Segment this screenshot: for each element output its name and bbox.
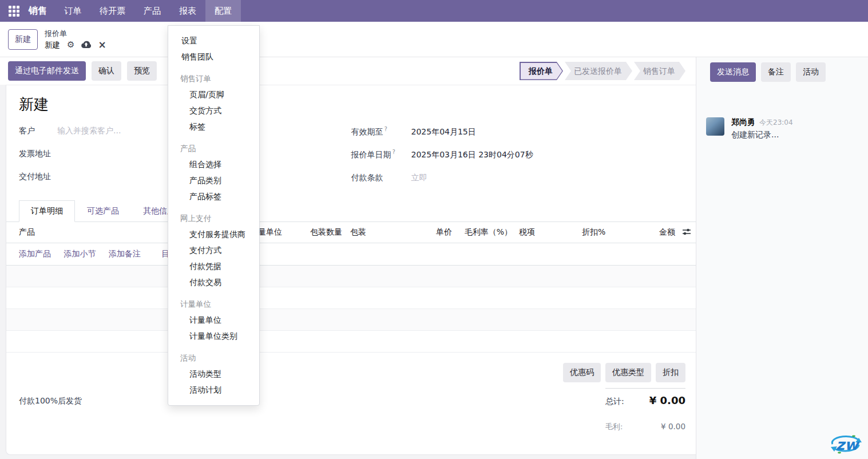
add-line-row: 添加产品 添加小节 添加备注 目录 xyxy=(6,243,696,266)
send-message-button[interactable]: 发送消息 xyxy=(710,62,756,82)
field-label: 付款条款 xyxy=(351,172,411,183)
config-menu-entry[interactable]: 产品类别 xyxy=(168,173,259,188)
send-by-email-button[interactable]: 通过电子邮件发送 xyxy=(8,61,86,81)
margin-value: ¥ 0.00 xyxy=(661,422,685,431)
config-menu-entry[interactable]: 支付服务提供商 xyxy=(168,227,259,242)
config-menu-entry[interactable]: 设置 xyxy=(168,33,259,48)
discard-icon[interactable]: × xyxy=(98,40,106,50)
statusbar-step[interactable]: 报价单 xyxy=(520,62,563,80)
nav-menu-item[interactable]: 待开票 xyxy=(90,0,134,22)
column-header: 单价 xyxy=(398,222,455,243)
empty-line xyxy=(6,266,696,287)
gear-icon[interactable]: ⚙ xyxy=(67,41,74,49)
logo-text: zw xyxy=(836,436,860,453)
nav-menu-item[interactable]: 订单 xyxy=(55,0,90,22)
add-note-link[interactable]: 添加备注 xyxy=(109,249,141,258)
margin-label: 毛利: xyxy=(605,422,623,432)
optional-columns-toggle[interactable] xyxy=(679,222,696,243)
form-field-row: 付款条款 立即 xyxy=(351,172,684,185)
nav-menu-item[interactable]: 配置 xyxy=(205,0,241,22)
shipping-policy-note: 付款100%后发货 xyxy=(19,396,82,406)
coupon-button[interactable]: 优惠类型 xyxy=(605,363,651,382)
field-label: 有效期至? xyxy=(351,126,411,137)
column-header: 税项 xyxy=(516,222,578,243)
config-dropdown-menu: 设置销售团队销售订单页眉/页脚交货方式标签产品组合选择产品类别产品标签网上支付支… xyxy=(168,25,260,406)
statusbar-step[interactable]: 销售订单 xyxy=(634,62,685,80)
confirm-button[interactable]: 确认 xyxy=(92,61,121,81)
config-menu-entry[interactable]: 页眉/页脚 xyxy=(168,87,259,102)
apps-grid-icon xyxy=(9,6,19,17)
notebook-tabs: 订单明细可选产品其他信息 xyxy=(6,200,696,222)
field-input[interactable]: 输入并搜索客户... xyxy=(57,126,121,136)
config-menu-entry[interactable]: 交货方式 xyxy=(168,103,259,118)
nav-menu-item[interactable]: 报表 xyxy=(170,0,205,22)
config-menu-entry[interactable]: 销售团队 xyxy=(168,49,259,64)
totals: 总计: ¥ 0.00 毛利: ¥ 0.00 xyxy=(605,388,685,432)
config-menu-entry: 销售订单 xyxy=(168,71,259,86)
new-record-button[interactable]: 新建 xyxy=(8,29,38,50)
config-menu-entry[interactable]: 计量单位 xyxy=(168,312,259,327)
top-navbar: 销售 订单待开票产品报表配置 xyxy=(0,0,868,22)
company-logo: zw xyxy=(828,431,863,459)
help-icon: ? xyxy=(393,149,395,155)
column-header: 金额 xyxy=(616,222,679,243)
total-label: 总计: xyxy=(605,397,624,407)
config-menu-entry[interactable]: 支付方式 xyxy=(168,243,259,258)
config-menu-entry: 产品 xyxy=(168,141,259,156)
log-note-button[interactable]: 备注 xyxy=(761,62,791,82)
config-menu-entry[interactable]: 产品标签 xyxy=(168,189,259,204)
field-value[interactable]: 2025年04月15日 xyxy=(411,127,476,137)
field-value[interactable]: 立即 xyxy=(411,173,427,183)
action-buttons-row: 通过电子邮件发送 确认 预览 报价单已发送报价单销售订单 xyxy=(0,57,696,85)
field-value[interactable]: 2025年03月16日 23时04分07秒 xyxy=(411,150,533,160)
config-menu-entry[interactable]: 活动计划 xyxy=(168,382,259,397)
column-header: 折扣% xyxy=(578,222,616,243)
chatter-message: 郑尚勇 今天23:04 创建新记录... xyxy=(706,117,862,140)
record-title: 新建 xyxy=(19,94,696,114)
form-field-row: 报价单日期? 2025年03月16日 23时04分07秒 xyxy=(351,149,684,162)
breadcrumb: 报价单 新建 ⚙ × xyxy=(45,29,106,50)
field-label: 交付地址 xyxy=(19,172,57,182)
field-label: 报价单日期? xyxy=(351,149,411,160)
total-value: ¥ 0.00 xyxy=(649,394,685,406)
control-panel: 新建 报价单 新建 ⚙ × xyxy=(0,22,868,57)
nav-menu-item[interactable]: 产品 xyxy=(134,0,170,22)
coupon-buttons: 优惠码优惠类型折扣 xyxy=(6,363,685,382)
breadcrumb-current: 新建 xyxy=(45,40,60,50)
config-menu-entry[interactable]: 标签 xyxy=(168,119,259,134)
order-lines-table: 产品计量单位包装数量包装单价毛利率（%）税项折扣%金额 添加产品 添加小节 添加… xyxy=(6,222,696,353)
notebook-tab[interactable]: 订单明细 xyxy=(19,200,75,222)
statusbar: 报价单已发送报价单销售订单 xyxy=(520,62,685,80)
config-menu-entry[interactable]: 活动类型 xyxy=(168,366,259,381)
coupon-button[interactable]: 折扣 xyxy=(656,363,685,382)
sliders-icon xyxy=(682,228,691,238)
form-sheet: 新建 客户 输入并搜索客户... 发票地址 xyxy=(6,85,696,455)
config-menu-entry: 活动 xyxy=(168,350,259,365)
empty-line xyxy=(6,287,696,309)
notebook-tab[interactable]: 可选产品 xyxy=(75,200,131,222)
coupon-button[interactable]: 优惠码 xyxy=(563,363,601,382)
app-brand[interactable]: 销售 xyxy=(27,0,55,22)
apps-menu-button[interactable] xyxy=(0,0,27,22)
config-menu-entry[interactable]: 付款凭据 xyxy=(168,259,259,274)
column-header: 包装数量 xyxy=(307,222,347,243)
config-menu-entry[interactable]: 付款交易 xyxy=(168,275,259,290)
activities-button[interactable]: 活动 xyxy=(796,62,826,82)
message-time: 今天23:04 xyxy=(759,118,793,128)
add-product-link[interactable]: 添加产品 xyxy=(19,249,51,258)
cloud-save-icon[interactable] xyxy=(81,41,91,49)
statusbar-step[interactable]: 已发送报价单 xyxy=(565,62,632,80)
avatar xyxy=(706,117,724,136)
field-label: 客户 xyxy=(19,126,57,136)
config-menu-entry[interactable]: 计量单位类别 xyxy=(168,329,259,343)
field-label: 发票地址 xyxy=(19,149,57,159)
config-menu-entry[interactable]: 组合选择 xyxy=(168,157,259,172)
preview-button[interactable]: 预览 xyxy=(127,61,157,81)
breadcrumb-parent[interactable]: 报价单 xyxy=(45,29,106,39)
column-header: 包装 xyxy=(347,222,398,243)
add-section-link[interactable]: 添加小节 xyxy=(64,249,96,258)
empty-line xyxy=(6,331,696,353)
message-body: 创建新记录... xyxy=(731,130,793,140)
message-author: 郑尚勇 xyxy=(731,117,755,128)
chatter-panel: 发送消息 备注 活动 郑尚勇 今天23:04 创建新记录... xyxy=(696,57,868,459)
